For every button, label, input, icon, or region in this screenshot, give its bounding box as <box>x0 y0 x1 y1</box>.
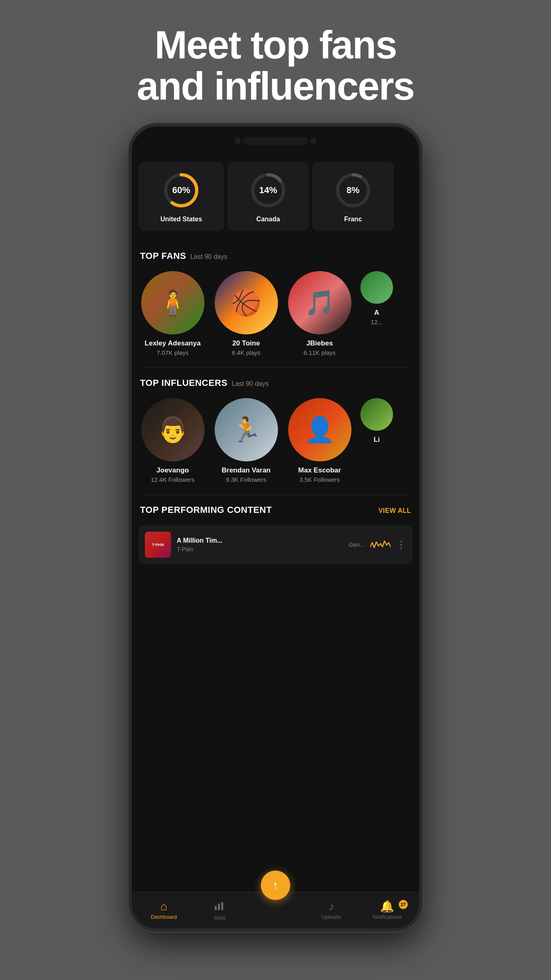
top-influencers-row[interactable]: 👨 Joevango 12.4K Followers 🏃 Brendan Var… <box>132 395 419 494</box>
influencer-stat-3: 3.5K Followers <box>299 476 340 483</box>
notifications-label: Notifications <box>373 914 402 920</box>
upload-fab[interactable]: ↑ <box>261 871 290 900</box>
influencer-name-2: Brendan Varan <box>222 466 271 474</box>
front-camera <box>235 138 240 144</box>
influencer-name-4: Li <box>373 436 380 444</box>
influencer-item-4[interactable]: Li <box>360 398 393 483</box>
svg-rect-7 <box>218 904 220 910</box>
power-button <box>421 216 422 245</box>
influencer-stat-2: 9.3K Followers <box>226 476 266 483</box>
stat-card-ca: 14% Canada <box>227 162 309 231</box>
stat-card-us: 60% United States <box>138 162 224 231</box>
uploads-icon: ♪ <box>329 901 334 912</box>
nav-item-dashboard[interactable]: ⌂ Dashboard <box>136 901 192 920</box>
svg-rect-8 <box>221 902 223 910</box>
top-fans-label: TOP FANS <box>140 251 186 261</box>
notifications-icon: 🔔 <box>380 901 394 912</box>
donut-fr: 8% <box>333 170 373 211</box>
svg-rect-6 <box>215 906 217 910</box>
donut-us: 60% <box>161 170 202 211</box>
fan-avatar-2: 🏀 <box>215 271 278 334</box>
donut-ca: 14% <box>248 170 289 211</box>
uploads-label: Uploads <box>322 914 341 920</box>
page-header: Meet top fans and influencers <box>0 0 551 123</box>
upload-icon: ↑ <box>273 879 279 891</box>
headline: Meet top fans and influencers <box>16 24 535 107</box>
fan-name-4: A <box>374 309 379 317</box>
front-sensor <box>311 138 316 144</box>
notch-bar <box>243 137 308 145</box>
view-all-button[interactable]: VIEW ALL <box>378 507 411 514</box>
volume-up-button <box>129 208 130 231</box>
fan-avatar-1: 🧍 <box>141 271 204 334</box>
headline-line2: and influencers <box>137 64 414 108</box>
fan-stat-4: 12... <box>371 318 382 325</box>
content-card-1[interactable]: T-PAIN A Million Tim... T-Pain Gen... ⋮ <box>138 525 413 564</box>
fan-stat-3: 6.11K plays <box>304 349 335 356</box>
fan-name-2: 20 Toine <box>232 339 260 347</box>
top-fans-time: Last 90 days <box>190 253 227 261</box>
stats-label: Stats <box>213 915 226 921</box>
top-influencers-label: TOP INFLUENCERS <box>140 378 228 388</box>
volume-down-button <box>129 237 130 259</box>
influencer-name-1: Joevango <box>156 466 189 474</box>
top-fans-header: TOP FANS Last 90 days <box>132 241 419 268</box>
fan-item-4[interactable]: A 12... <box>360 271 393 356</box>
phone-content[interactable]: 60% United States 14% Canada <box>132 155 419 892</box>
top-content-header: TOP PERFORMING CONTENT VIEW ALL <box>132 495 419 522</box>
influencer-avatar-2: 🏃 <box>215 398 278 461</box>
content-title-1: A Million Tim... <box>177 537 343 544</box>
nav-item-uploads[interactable]: ♪ Uploads <box>303 901 359 920</box>
stats-icon <box>214 900 225 913</box>
top-influencers-time: Last 90 days <box>232 380 269 388</box>
fan-item-3[interactable]: 🎵 JBiebes 6.11K plays <box>287 271 352 356</box>
nav-item-stats[interactable]: Stats <box>192 900 248 921</box>
fan-avatar-3: 🎵 <box>288 271 351 334</box>
donut-label-us: 60% <box>172 185 190 196</box>
influencer-avatar-1: 👨 <box>141 398 204 461</box>
dashboard-label: Dashboard <box>151 914 177 920</box>
fan-stat-2: 6.4K plays <box>232 349 260 356</box>
influencer-item-1[interactable]: 👨 Joevango 12.4K Followers <box>140 398 205 483</box>
content-info-1: A Million Tim... T-Pain <box>177 537 343 552</box>
content-genre-1: Gen... <box>349 541 364 548</box>
dashboard-icon: ⌂ <box>160 901 167 912</box>
fan-item-2[interactable]: 🏀 20 Toine 6.4K plays <box>213 271 279 356</box>
bottom-spacer <box>132 571 419 612</box>
headline-line1: Meet top fans <box>155 23 397 67</box>
fan-name-1: Lexley Adesanya <box>144 339 200 347</box>
influencer-item-2[interactable]: 🏃 Brendan Varan 9.3K Followers <box>213 398 279 483</box>
influencer-stat-1: 12.4K Followers <box>151 476 195 483</box>
donut-label-ca: 14% <box>259 185 277 196</box>
notifications-badge: 27 <box>399 900 408 909</box>
fan-name-3: JBiebes <box>306 339 333 347</box>
notch-inner <box>232 137 319 145</box>
waveform-icon <box>370 539 391 551</box>
donut-label-fr: 8% <box>347 185 360 196</box>
country-name-ca: Canada <box>256 216 280 223</box>
phone-device: 60% United States 14% Canada <box>129 123 422 932</box>
top-content-label: TOP PERFORMING CONTENT <box>140 505 272 515</box>
influencer-item-3[interactable]: 👤 Max Escobar 3.5K Followers <box>287 398 352 483</box>
top-fans-row[interactable]: 🧍 Lexley Adesanya 7.07K plays 🏀 20 Toine… <box>132 268 419 368</box>
country-stats-row: 60% United States 14% Canada <box>132 155 419 241</box>
phone-notch <box>132 127 419 155</box>
fan-item-1[interactable]: 🧍 Lexley Adesanya 7.07K plays <box>140 271 205 356</box>
country-name-fr: Franc <box>344 216 362 223</box>
fan-stat-1: 7.07K plays <box>157 349 189 356</box>
stat-card-fr: 8% Franc <box>312 162 394 231</box>
influencer-avatar-4 <box>360 398 393 431</box>
influencer-avatar-3: 👤 <box>288 398 351 461</box>
content-thumbnail-1: T-PAIN <box>145 532 171 558</box>
top-influencers-header: TOP INFLUENCERS Last 90 days <box>132 368 419 395</box>
fan-avatar-4 <box>360 271 393 304</box>
more-options-button[interactable]: ⋮ <box>396 539 406 550</box>
influencer-name-3: Max Escobar <box>298 466 341 474</box>
content-artist-1: T-Pain <box>177 546 343 552</box>
country-name-us: United States <box>160 216 202 223</box>
nav-item-notifications[interactable]: 🔔 27 Notifications <box>359 901 415 920</box>
